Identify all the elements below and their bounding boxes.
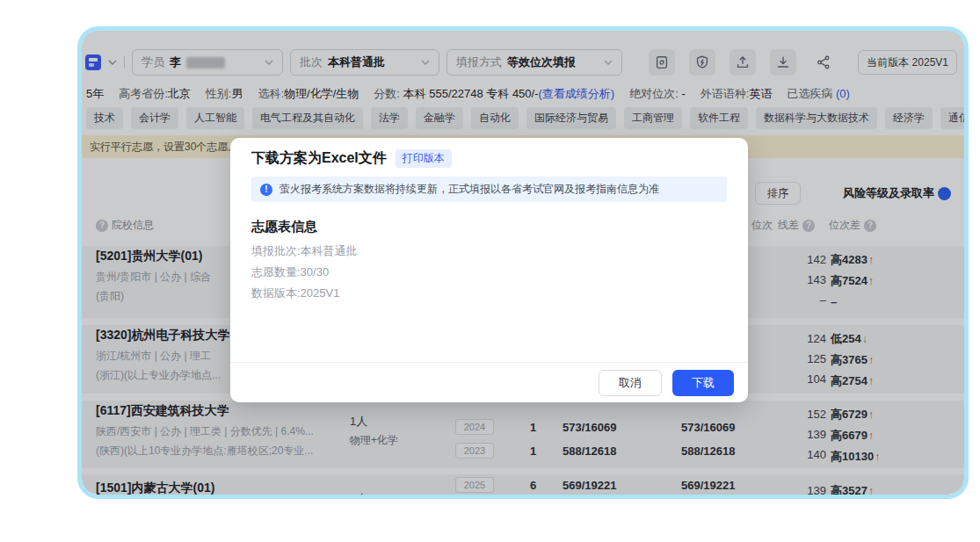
download-excel-modal: 下载方案为Excel文件 打印版本 ! 萤火报考系统方案数据将持续更新，正式填报… <box>230 138 748 402</box>
page-background: 学员 李 批次 本科普通批 填报方式 等效位次填报 <box>0 0 980 542</box>
app-window: 学员 李 批次 本科普通批 填报方式 等效位次填报 <box>77 26 969 499</box>
modal-field-version: 数据版本:2025V1 <box>251 285 339 301</box>
print-version-badge[interactable]: 打印版本 <box>396 149 452 168</box>
modal-title-row: 下载方案为Excel文件 打印版本 <box>251 149 452 168</box>
modal-alert-text: 萤火报考系统方案数据将持续更新，正式填报以各省考试官网及报考指南信息为准 <box>279 182 659 197</box>
modal-field-batch: 填报批次:本科普通批 <box>251 243 358 259</box>
cancel-button[interactable]: 取消 <box>599 370 662 396</box>
modal-field-quantity: 志愿数量:30/30 <box>251 264 329 280</box>
modal-alert: ! 萤火报考系统方案数据将持续更新，正式填报以各省考试官网及报考指南信息为准 <box>251 177 727 202</box>
volunteer-info-section-title: 志愿表信息 <box>251 219 317 235</box>
modal-footer: 取消 下载 <box>230 362 748 402</box>
info-icon: ! <box>260 184 272 196</box>
modal-title: 下载方案为Excel文件 <box>251 149 387 168</box>
download-button[interactable]: 下载 <box>672 370 734 396</box>
